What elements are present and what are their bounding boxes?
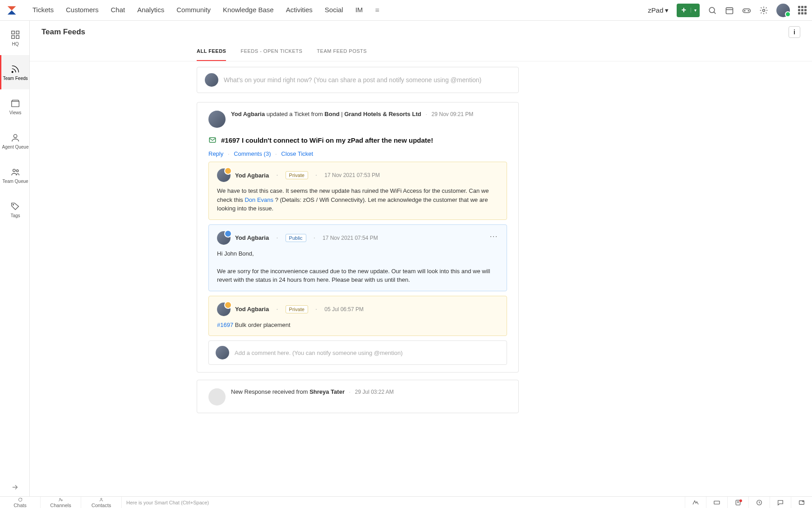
comment-ts: 17 Nov 2021 07:54 PM: [323, 235, 378, 241]
add-comment-placeholder: Add a comment here. (You can notify some…: [235, 350, 403, 356]
gamepad-icon[interactable]: [742, 6, 751, 15]
bb-chats[interactable]: Chats: [0, 497, 41, 508]
main: Team Feeds i ALL FEEDS FEEDS - OPEN TICK…: [30, 21, 812, 496]
public-badge: Public: [286, 234, 306, 242]
feed-avatar[interactable]: [208, 388, 226, 405]
comment-avatar[interactable]: [217, 303, 231, 316]
topnav-right: zPad ▾ + ▾: [648, 4, 807, 17]
bb-expand-icon[interactable]: [791, 497, 812, 508]
feed-verb: updated a Ticket from: [265, 111, 324, 117]
svg-marker-1: [8, 10, 16, 14]
apps-grid-icon[interactable]: [798, 6, 807, 14]
svg-marker-0: [8, 6, 16, 10]
comment-author[interactable]: Yod Agbaria: [235, 234, 269, 241]
ticket-row[interactable]: #1697 I couldn't connect to WiFi on my z…: [208, 136, 507, 144]
svg-rect-14: [16, 35, 19, 38]
add-comment[interactable]: Add a comment here. (You can notify some…: [208, 340, 507, 365]
mail-icon: [208, 136, 217, 144]
agent-icon: [10, 133, 20, 143]
svg-point-17: [13, 169, 16, 172]
feedtab-open[interactable]: FEEDS - OPEN TICKETS: [240, 43, 302, 61]
tab-kb[interactable]: Knowledge Base: [217, 0, 279, 20]
rail-expand-icon[interactable]: [0, 478, 29, 496]
bb-contacts[interactable]: Contacts: [81, 497, 122, 508]
rail-team-feeds[interactable]: Team Feeds: [0, 55, 29, 89]
bb-notification-icon[interactable]: [727, 497, 748, 508]
rail-label: Team Queue: [2, 179, 28, 184]
comment-ts: 05 Jul 06:57 PM: [324, 306, 364, 312]
overflow-menu-icon[interactable]: ≡: [375, 6, 379, 14]
post-composer[interactable]: What's on your mind right now? (You can …: [197, 67, 519, 93]
rail-tags[interactable]: Tags: [0, 192, 29, 227]
feedtab-all[interactable]: ALL FEEDS: [197, 43, 226, 61]
add-main[interactable]: +: [677, 5, 691, 15]
rail-agent-queue[interactable]: Agent Queue: [0, 124, 29, 158]
comments-link[interactable]: Comments (3): [234, 150, 271, 157]
feedtab-posts[interactable]: TEAM FEED POSTS: [317, 43, 367, 61]
rail-team-queue[interactable]: Team Queue: [0, 158, 29, 192]
feed-avatar[interactable]: [208, 111, 226, 128]
tab-analytics[interactable]: Analytics: [132, 0, 170, 20]
rail-label: Team Feeds: [3, 76, 28, 81]
more-icon[interactable]: ⋯: [489, 231, 498, 241]
comment-author[interactable]: Yod Agbaria: [235, 306, 269, 312]
workspace-name: zPad: [648, 6, 663, 14]
rail-label: Tags: [10, 213, 20, 218]
tray-icon: [10, 98, 20, 108]
brand-logo[interactable]: [5, 4, 18, 17]
tab-customers[interactable]: Customers: [60, 0, 104, 20]
page-header: Team Feeds i: [30, 21, 812, 43]
svg-point-15: [12, 71, 13, 73]
comment-avatar[interactable]: [217, 168, 231, 182]
svg-rect-24: [714, 501, 720, 504]
bb-channels[interactable]: Channels: [41, 497, 81, 508]
rail-hq[interactable]: HQ: [0, 21, 29, 55]
add-caret[interactable]: ▾: [691, 8, 700, 13]
private-badge: Private: [286, 305, 308, 313]
feed-target[interactable]: Bond: [324, 111, 339, 117]
feed-card: Yod Agbaria updated a Ticket from Bond |…: [197, 102, 519, 373]
tab-chat[interactable]: Chat: [105, 0, 130, 20]
private-badge: Private: [286, 171, 308, 179]
svg-rect-6: [743, 9, 751, 12]
tab-im[interactable]: IM: [350, 0, 369, 20]
feed-scroll[interactable]: What's on your mind right now? (You can …: [30, 61, 812, 496]
workspace-selector[interactable]: zPad ▾: [648, 6, 669, 14]
bb-chat-icon[interactable]: [770, 497, 791, 508]
feed-actor[interactable]: Yod Agbaria: [231, 111, 265, 117]
mention-link[interactable]: Don Evans: [245, 196, 273, 203]
feed-prefix: New Response received from: [231, 388, 309, 395]
info-button[interactable]: i: [789, 26, 800, 38]
tab-activities[interactable]: Activities: [281, 0, 318, 20]
calendar-icon[interactable]: [725, 6, 734, 15]
tab-community[interactable]: Community: [171, 0, 216, 20]
add-comment-avatar: [216, 346, 229, 359]
feed-org[interactable]: Grand Hotels & Resorts Ltd: [344, 111, 421, 117]
comment-ts: 17 Nov 2021 07:53 PM: [324, 172, 380, 178]
ticket-link[interactable]: #1697: [217, 322, 233, 328]
tab-social[interactable]: Social: [319, 0, 349, 20]
rail-views[interactable]: Views: [0, 89, 29, 124]
bottom-bar: Chats Channels Contacts Here is your Sma…: [0, 496, 812, 508]
comment-author[interactable]: Yod Agbaria: [235, 172, 269, 179]
svg-line-3: [714, 12, 715, 14]
feed-timestamp: 29 Nov 09:21 PM: [432, 111, 474, 117]
reply-link[interactable]: Reply: [208, 150, 223, 157]
feed-actor[interactable]: Shreya Tater: [309, 388, 345, 395]
bb-keyboard-icon[interactable]: [706, 497, 727, 508]
close-ticket-link[interactable]: Close Ticket: [281, 150, 313, 157]
tab-tickets[interactable]: Tickets: [27, 0, 59, 20]
feed-timestamp: 29 Jul 03:22 AM: [355, 389, 394, 395]
feed-icon: [10, 64, 20, 74]
bb-unknown-1[interactable]: [685, 497, 706, 508]
svg-point-16: [14, 134, 17, 137]
svg-point-22: [61, 499, 62, 501]
gear-icon[interactable]: [759, 6, 768, 15]
comment-body: #1697 Bulk order placement: [217, 321, 498, 330]
comment-avatar[interactable]: [217, 231, 231, 245]
card-actions: Reply · Comments (3) · Close Ticket: [208, 150, 507, 157]
user-avatar[interactable]: [776, 4, 790, 17]
search-icon[interactable]: [708, 6, 717, 15]
left-rail: HQ Team Feeds Views Agent Queue Team Que…: [0, 21, 30, 496]
bb-clock-icon[interactable]: [748, 497, 770, 508]
